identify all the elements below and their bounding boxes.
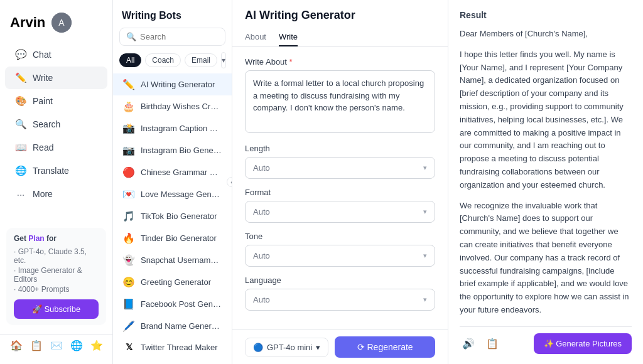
format-group: Format Auto ▾: [245, 188, 435, 223]
filter-email[interactable]: Email: [185, 53, 217, 67]
main-nav: 💬 Chat ✏️ Write 🎨 Paint 🔍 Search 📖 Read …: [0, 43, 112, 206]
length-value: Auto: [253, 163, 270, 173]
bot-emoji-brand-name: 🖊️: [122, 320, 136, 332]
chat-icon: 💬: [15, 49, 26, 60]
filter-more-button[interactable]: ▾: [221, 52, 226, 68]
tone-value: Auto: [253, 251, 270, 260]
tab-about[interactable]: About: [245, 28, 266, 46]
bot-emoji-instagram-bio: 📷: [122, 144, 136, 156]
bot-search-input[interactable]: [140, 32, 219, 41]
tone-select[interactable]: Auto ▾: [245, 245, 435, 267]
copy-button[interactable]: 📋: [484, 336, 501, 351]
result-header: Result: [460, 10, 632, 20]
result-body: Dear Members of [Church's Name], I hope …: [460, 28, 632, 321]
bot-emoji-greeting: 😊: [122, 276, 136, 288]
tone-label: Tone: [245, 232, 435, 241]
home-icon[interactable]: 🏠: [10, 340, 23, 351]
format-arrow-icon: ▾: [423, 208, 427, 216]
bot-name-tinder-bio: Tinder Bio Generator: [141, 233, 223, 243]
subscribe-button[interactable]: 🚀 Subscribe: [14, 299, 99, 319]
language-value: Auto: [253, 295, 270, 304]
star-icon[interactable]: ⭐: [90, 340, 103, 351]
bot-item-tinder-bio[interactable]: 🔥 Tinder Bio Generator: [113, 227, 232, 249]
bot-item-chinese-grammar[interactable]: 🔴 Chinese Grammar Che...: [113, 161, 232, 183]
tone-group: Tone Auto ▾: [245, 232, 435, 267]
result-footer: 🔊 📋 ✨ Generate Pictures: [460, 326, 632, 354]
generate-pictures-button[interactable]: ✨ Generate Pictures: [534, 333, 632, 354]
nav-item-paint[interactable]: 🎨 Paint: [5, 90, 107, 112]
bot-item-facebook-post[interactable]: 📘 Facebook Post Genera...: [113, 293, 232, 315]
bot-name-love-message: Love Message Generator: [141, 190, 223, 199]
bot-item-instagram-bio[interactable]: 📷 Instagram Bio Generator: [113, 139, 232, 161]
language-group: Language Auto ▾: [245, 276, 435, 311]
bot-emoji-twitter-thread: 𝕏: [122, 342, 136, 352]
mail-icon[interactable]: ✉️: [50, 340, 63, 351]
nav-item-translate[interactable]: 🌐 Translate: [5, 159, 107, 182]
tab-write[interactable]: Write: [279, 28, 298, 46]
regenerate-button[interactable]: ⟳ Regenerate: [335, 336, 435, 358]
nav-item-search[interactable]: 🔍 Search: [5, 113, 107, 136]
feature-2: · Image Generator & Editors: [14, 265, 99, 284]
get-plan-box: Get Plan for · GPT-4o, Claude 3.5, etc. …: [6, 228, 106, 325]
nav-label-read: Read: [33, 142, 53, 153]
clipboard-icon[interactable]: 📋: [30, 340, 43, 351]
more-icon: ···: [15, 188, 26, 200]
nav-label-search: Search: [33, 119, 60, 129]
write-about-group: Write About * Write a formal letter to a…: [245, 57, 435, 135]
language-select[interactable]: Auto ▾: [245, 289, 435, 311]
bot-emoji-tiktok-bio: 🎵: [122, 210, 136, 222]
bot-name-greeting: Greeting Generator: [141, 277, 223, 287]
model-arrow-icon: ▾: [316, 343, 320, 352]
format-select[interactable]: Auto ▾: [245, 201, 435, 223]
filter-row: All Coach Email ▾: [113, 52, 232, 73]
bot-emoji-snapchat: 👻: [122, 254, 136, 266]
globe-icon[interactable]: 🌐: [70, 340, 83, 351]
bot-item-twitter-thread[interactable]: 𝕏 Twitter Thread Maker: [113, 337, 232, 356]
bot-name-birthday: Birthday Wishes Creator: [141, 102, 223, 111]
bots-panel-title: Writing Bots: [113, 8, 232, 28]
bot-item-love-message[interactable]: 💌 Love Message Generator: [113, 183, 232, 205]
bot-emoji-tinder-bio: 🔥: [122, 232, 136, 244]
nav-item-chat[interactable]: 💬 Chat: [5, 43, 107, 66]
length-select[interactable]: Auto ▾: [245, 157, 435, 179]
result-panel: Result Dear Members of [Church's Name], …: [448, 0, 643, 364]
write-about-textarea[interactable]: Write a formal letter to a local church …: [245, 70, 435, 133]
main-body: Write About * Write a formal letter to a…: [232, 47, 448, 329]
bots-panel: Writing Bots 🔍 All Coach Email ▾ ✏️ AI W…: [113, 0, 232, 364]
length-arrow-icon: ▾: [423, 164, 427, 172]
bot-item-tiktok-bio[interactable]: 🎵 TikTok Bio Generator: [113, 205, 232, 227]
bot-item-brand-name[interactable]: 🖊️ Brand Name Generator: [113, 315, 232, 337]
filter-coach[interactable]: Coach: [145, 53, 181, 67]
paint-icon: 🎨: [15, 95, 26, 107]
bot-emoji-love-message: 💌: [122, 188, 136, 200]
bot-item-ai-writing[interactable]: ✏️ AI Writing Generator: [113, 73, 232, 95]
bot-item-instagram-cap[interactable]: 📸 Instagram Caption Gen...: [113, 117, 232, 139]
bottom-icons-bar: 🏠 📋 ✉️ 🌐 ⭐: [0, 334, 112, 356]
avatar[interactable]: [51, 13, 72, 33]
bots-list: ✏️ AI Writing Generator 🎂 Birthday Wishe…: [113, 73, 232, 356]
nav-item-read[interactable]: 📖 Read: [5, 136, 107, 159]
read-icon: 📖: [15, 142, 26, 153]
bot-search-box[interactable]: 🔍: [119, 28, 225, 46]
format-label: Format: [245, 188, 435, 197]
nav-label-more: More: [33, 189, 53, 199]
model-select[interactable]: 🔵 GPT-4o mini ▾: [245, 338, 328, 357]
speaker-button[interactable]: 🔊: [460, 336, 477, 351]
result-para-1: I hope this letter finds you well. My na…: [460, 48, 632, 192]
bot-name-brand-name: Brand Name Generator: [141, 321, 223, 331]
bot-emoji-ai-writing: ✏️: [122, 78, 136, 90]
search-icon: 🔍: [15, 119, 26, 130]
bot-emoji-chinese-grammar: 🔴: [122, 166, 136, 178]
model-label: GPT-4o mini: [267, 343, 312, 352]
panel-collapse-arrow[interactable]: ‹: [227, 177, 232, 187]
nav-item-write[interactable]: ✏️ Write: [5, 67, 107, 89]
length-group: Length Auto ▾: [245, 144, 435, 179]
bot-item-snapchat[interactable]: 👻 Snapchat Username G...: [113, 249, 232, 271]
bot-item-greeting[interactable]: 😊 Greeting Generator: [113, 271, 232, 293]
nav-item-more[interactable]: ··· More: [5, 183, 107, 205]
required-marker: *: [289, 57, 293, 67]
bot-name-instagram-cap: Instagram Caption Gen...: [141, 124, 223, 133]
nav-label-write: Write: [33, 73, 53, 83]
bot-item-birthday[interactable]: 🎂 Birthday Wishes Creator: [113, 95, 232, 117]
filter-all[interactable]: All: [119, 53, 141, 67]
